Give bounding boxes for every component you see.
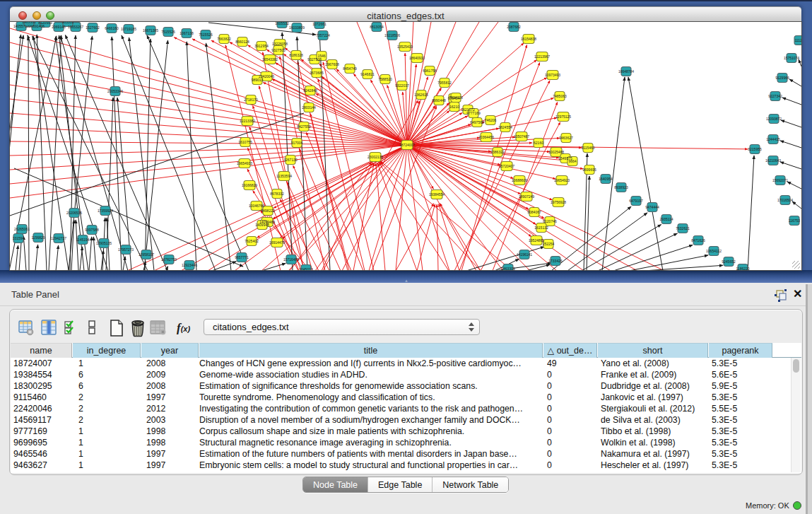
svg-text:26265061: 26265061 xyxy=(14,227,30,231)
svg-text:19756928: 19756928 xyxy=(551,200,566,204)
svg-text:1640954: 1640954 xyxy=(599,177,613,181)
svg-text:8427552: 8427552 xyxy=(297,124,311,129)
svg-text:9084067: 9084067 xyxy=(527,210,541,214)
svg-text:16154838: 16154838 xyxy=(521,37,536,41)
svg-text:6466160: 6466160 xyxy=(105,26,119,30)
svg-text:9397588: 9397588 xyxy=(85,228,99,232)
svg-text:9327505: 9327505 xyxy=(271,48,286,52)
svg-text:1067138: 1067138 xyxy=(180,31,194,35)
svg-text:19654923: 19654923 xyxy=(554,178,570,182)
svg-text:20206536: 20206536 xyxy=(66,211,82,215)
svg-text:7955812: 7955812 xyxy=(437,81,452,85)
svg-text:7485063: 7485063 xyxy=(553,94,567,98)
svg-text:8471626: 8471626 xyxy=(691,238,705,243)
svg-text:16210643: 16210643 xyxy=(765,158,781,163)
svg-text:16033809: 16033809 xyxy=(289,25,305,30)
svg-text:3267130: 3267130 xyxy=(283,158,298,162)
svg-text:9245652: 9245652 xyxy=(722,259,736,264)
svg-text:2803144: 2803144 xyxy=(302,105,316,110)
svg-text:331594: 331594 xyxy=(13,236,25,240)
svg-text:2718170: 2718170 xyxy=(244,98,258,102)
svg-text:12093872: 12093872 xyxy=(766,117,782,121)
svg-text:6120746: 6120746 xyxy=(543,219,557,223)
svg-text:1905531: 1905531 xyxy=(22,22,36,24)
svg-text:7934028: 7934028 xyxy=(449,95,463,100)
svg-text:2069146: 2069146 xyxy=(52,25,66,29)
svg-text:2087682: 2087682 xyxy=(507,25,521,29)
svg-text:20053346: 20053346 xyxy=(107,89,123,93)
svg-text:7588520: 7588520 xyxy=(378,77,392,81)
svg-text:116753: 116753 xyxy=(789,218,801,223)
svg-text:10688609: 10688609 xyxy=(512,178,527,182)
svg-text:12213967: 12213967 xyxy=(534,54,550,59)
svg-text:6497568: 6497568 xyxy=(470,120,484,124)
svg-text:917004: 917004 xyxy=(291,141,303,145)
svg-text:9474444: 9474444 xyxy=(645,205,659,209)
svg-text:8813054: 8813054 xyxy=(370,25,384,29)
svg-text:3912954: 3912954 xyxy=(254,44,269,48)
svg-text:905531: 905531 xyxy=(62,22,74,24)
svg-text:17016504: 17016504 xyxy=(777,198,793,202)
svg-text:16648784: 16648784 xyxy=(618,69,634,74)
svg-text:18640910: 18640910 xyxy=(409,56,425,60)
svg-text:8454749: 8454749 xyxy=(343,66,357,71)
svg-text:16671385: 16671385 xyxy=(143,28,158,33)
svg-text:2935114: 2935114 xyxy=(659,217,673,221)
svg-text:12213382: 12213382 xyxy=(240,119,255,123)
svg-text:6479197: 6479197 xyxy=(629,199,643,203)
svg-text:10507487: 10507487 xyxy=(514,134,529,139)
svg-text:2967608: 2967608 xyxy=(325,62,339,66)
svg-text:10973493: 10973493 xyxy=(545,73,560,77)
svg-text:7663822: 7663822 xyxy=(217,37,231,41)
svg-text:13226058: 13226058 xyxy=(272,42,288,46)
svg-text:16210: 16210 xyxy=(449,105,459,109)
svg-text:8120553: 8120553 xyxy=(38,22,52,25)
svg-text:3824554: 3824554 xyxy=(498,125,512,129)
svg-text:10719185: 10719185 xyxy=(121,27,136,31)
svg-text:20364456: 20364456 xyxy=(478,135,494,139)
svg-text:12923446: 12923446 xyxy=(182,263,197,267)
svg-text:1733426: 1733426 xyxy=(548,259,563,263)
svg-text:62160: 62160 xyxy=(534,141,543,145)
svg-text:11123: 11123 xyxy=(794,38,801,42)
svg-text:9227342: 9227342 xyxy=(768,94,782,98)
svg-text:19384554: 19384554 xyxy=(429,192,445,197)
svg-text:9657771: 9657771 xyxy=(235,255,249,259)
svg-text:1610755: 1610755 xyxy=(238,140,252,144)
svg-text:8678332: 8678332 xyxy=(270,192,284,196)
svg-text:15720407: 15720407 xyxy=(499,164,514,168)
svg-text:1186220: 1186220 xyxy=(736,267,749,270)
svg-text:15692071: 15692071 xyxy=(772,178,788,182)
svg-text:17957273: 17957273 xyxy=(118,247,134,252)
svg-text:1362615: 1362615 xyxy=(414,93,428,97)
svg-text:989013: 989013 xyxy=(252,78,264,82)
svg-text:8215955: 8215955 xyxy=(748,147,762,151)
svg-text:12975125: 12975125 xyxy=(555,115,571,119)
svg-text:10654112: 10654112 xyxy=(706,249,722,253)
svg-text:9699695: 9699695 xyxy=(582,168,596,172)
svg-text:7515526: 7515526 xyxy=(199,33,213,37)
svg-text:15751074: 15751074 xyxy=(784,56,799,60)
svg-text:9245013: 9245013 xyxy=(299,267,313,270)
svg-text:8660124: 8660124 xyxy=(235,40,249,44)
svg-text:19166829: 19166829 xyxy=(242,183,257,187)
svg-text:7386322: 7386322 xyxy=(490,150,505,154)
svg-text:9463627: 9463627 xyxy=(559,136,573,140)
svg-text:1546: 1546 xyxy=(317,54,325,58)
svg-text:252254: 252254 xyxy=(543,242,555,246)
svg-text:17359924: 17359924 xyxy=(98,209,113,213)
svg-text:1409948: 1409948 xyxy=(255,223,269,227)
svg-text:9129966: 9129966 xyxy=(775,76,789,80)
svg-text:1527602: 1527602 xyxy=(86,25,100,30)
svg-text:16914479: 16914479 xyxy=(269,240,285,245)
svg-text:1072661: 1072661 xyxy=(312,22,326,26)
svg-text:10025488: 10025488 xyxy=(548,150,564,154)
svg-text:16782759: 16782759 xyxy=(161,257,177,262)
svg-text:18724007: 18724007 xyxy=(399,143,415,147)
svg-text:3673685: 3673685 xyxy=(310,71,324,75)
svg-text:1463309: 1463309 xyxy=(501,267,515,270)
svg-text:9242848: 9242848 xyxy=(303,88,317,93)
svg-text:13525419: 13525419 xyxy=(397,45,413,49)
svg-text:19654933: 19654933 xyxy=(237,161,252,165)
svg-text:9322037: 9322037 xyxy=(395,83,409,88)
